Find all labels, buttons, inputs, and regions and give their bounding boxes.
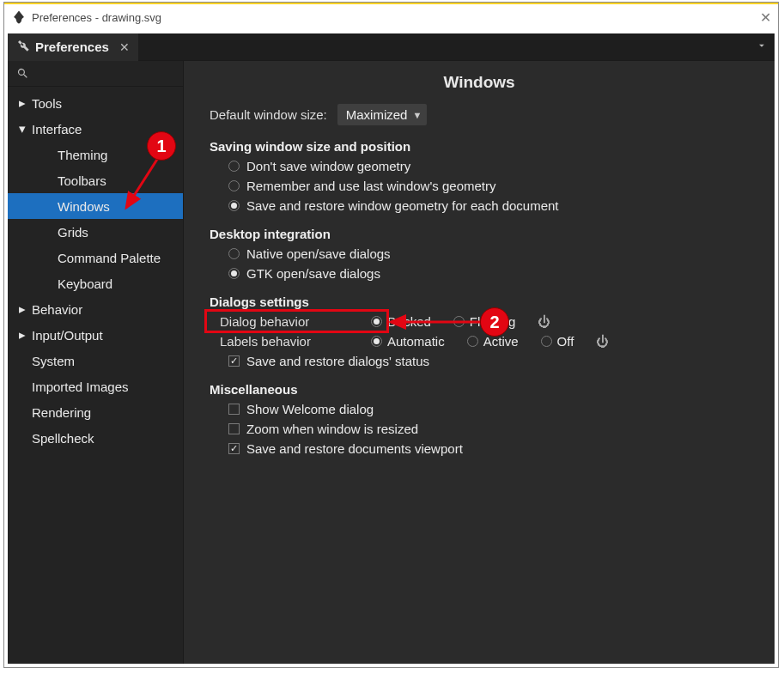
power-icon[interactable]: ⏻	[596, 334, 609, 349]
preferences-window: Preferences - drawing.svg ✕ Preferences …	[3, 2, 779, 668]
sidebar-item-command-palette[interactable]: Command Palette	[8, 245, 183, 270]
sidebar-item-label: Keyboard	[58, 276, 112, 291]
power-icon[interactable]: ⏻	[538, 314, 550, 329]
inner-frame: Preferences ✕ ▸Tools▾InterfaceThemingToo…	[8, 33, 775, 664]
sidebar-item-label: Input/Output	[32, 328, 103, 343]
annotation-box-2	[204, 309, 389, 333]
radio-native-dialogs[interactable]: Native open/save dialogs	[228, 246, 749, 261]
check-zoom-resized[interactable]: Zoom when window is resized	[228, 422, 749, 436]
checkbox-icon	[228, 443, 240, 454]
titlebar: Preferences - drawing.svg ✕	[4, 4, 778, 30]
radio-label: Docked	[387, 314, 431, 329]
sidebar-item-toolbars[interactable]: Toolbars	[8, 167, 183, 193]
close-icon[interactable]: ✕	[119, 40, 130, 54]
page-title: Windows	[210, 73, 749, 92]
radio-label: Remember and use last window's geometry	[246, 179, 496, 193]
section-dialogs-title: Dialogs settings	[210, 294, 749, 309]
sidebar-item-windows[interactable]: Windows	[8, 193, 183, 219]
sidebar-item-grids[interactable]: Grids	[8, 219, 183, 245]
radio-icon	[228, 200, 240, 211]
section-desktop-title: Desktop integration	[210, 227, 749, 241]
window-title: Preferences - drawing.svg	[32, 11, 161, 24]
caret-down-icon: ▼	[412, 110, 422, 120]
section-saving-title: Saving window size and position	[210, 139, 749, 154]
sidebar-item-label: Rendering	[32, 405, 91, 420]
sidebar-item-tools[interactable]: ▸Tools	[8, 90, 183, 116]
search-input[interactable]	[8, 61, 183, 87]
radio-label: Active	[483, 334, 519, 349]
sidebar-item-system[interactable]: System	[8, 348, 183, 373]
default-size-label: Default window size:	[210, 107, 327, 122]
checkbox-icon	[228, 423, 240, 434]
radio-icon	[228, 268, 240, 279]
checkbox-label: Save and restore dialogs' status	[246, 354, 429, 368]
radio-icon	[541, 336, 552, 347]
sidebar-item-label: Tools	[32, 96, 62, 111]
radio-icon	[228, 248, 240, 259]
close-icon[interactable]: ✕	[760, 9, 771, 26]
sidebar-item-label: Command Palette	[58, 251, 161, 265]
tabbar: Preferences ✕	[8, 33, 775, 61]
sidebar-item-label: Theming	[58, 148, 107, 162]
sidebar-item-input-output[interactable]: ▸Input/Output	[8, 322, 183, 348]
labels-behavior-row: Labels behavior Automatic Active Off ⏻	[220, 334, 749, 349]
annotation-badge-2: 2	[480, 307, 509, 337]
triangle-right-icon[interactable]: ▸	[16, 95, 28, 111]
checkbox-icon	[228, 404, 240, 415]
sidebar-item-label: Interface	[32, 122, 82, 137]
radio-icon	[453, 316, 465, 327]
radio-icon	[371, 336, 382, 347]
tab-label: Preferences	[35, 39, 109, 54]
content: ▸Tools▾InterfaceThemingToolbarsWindowsGr…	[8, 61, 775, 664]
sidebar-item-label: Spellcheck	[32, 431, 94, 446]
sidebar-item-rendering[interactable]: Rendering	[8, 399, 183, 425]
radio-automatic[interactable]: Automatic	[371, 334, 445, 349]
default-window-size-row: Default window size: Maximized ▼	[210, 104, 749, 125]
sidebar-item-label: Windows	[58, 199, 110, 214]
default-size-value: Maximized	[346, 107, 408, 122]
check-save-viewport[interactable]: Save and restore documents viewport	[228, 441, 749, 456]
sidebar-item-label: Imported Images	[32, 380, 129, 394]
check-show-welcome[interactable]: Show Welcome dialog	[228, 402, 749, 416]
radio-save-each[interactable]: Save and restore window geometry for eac…	[228, 198, 749, 213]
sidebar-item-label: Grids	[58, 225, 88, 240]
triangle-down-icon[interactable]: ▾	[16, 121, 28, 137]
check-save-dialog-status[interactable]: Save and restore dialogs' status	[228, 354, 749, 368]
tab-preferences[interactable]: Preferences ✕	[8, 33, 138, 61]
triangle-right-icon[interactable]: ▸	[16, 327, 28, 343]
radio-dont-save[interactable]: Don't save window geometry	[228, 159, 749, 173]
inkscape-icon	[11, 9, 27, 25]
annotation-badge-1: 1	[147, 131, 176, 161]
radio-label: Off	[557, 334, 574, 349]
radio-remember[interactable]: Remember and use last window's geometry	[228, 179, 749, 193]
labels-behavior-label: Labels behavior	[220, 334, 349, 349]
radio-icon	[228, 180, 240, 191]
radio-label: GTK open/save dialogs	[246, 266, 380, 281]
radio-label: Automatic	[387, 334, 445, 349]
triangle-right-icon[interactable]: ▸	[16, 301, 28, 317]
radio-label: Don't save window geometry	[246, 159, 410, 173]
sidebar-item-imported-images[interactable]: Imported Images	[8, 373, 183, 399]
checkbox-icon	[228, 355, 240, 367]
section-misc-title: Miscellaneous	[210, 382, 749, 397]
default-size-select[interactable]: Maximized ▼	[337, 104, 428, 125]
search-icon	[16, 67, 29, 80]
checkbox-label: Save and restore documents viewport	[246, 441, 463, 456]
radio-gtk-dialogs[interactable]: GTK open/save dialogs	[228, 266, 749, 281]
sidebar-item-spellcheck[interactable]: Spellcheck	[8, 425, 183, 451]
sidebar-item-keyboard[interactable]: Keyboard	[8, 270, 183, 296]
chevron-down-icon[interactable]	[756, 39, 768, 55]
sidebar-item-label: Toolbars	[58, 173, 106, 188]
radio-label: Save and restore window geometry for eac…	[246, 198, 559, 213]
tools-icon	[16, 39, 30, 55]
main-panel: Windows Default window size: Maximized ▼…	[184, 61, 775, 664]
checkbox-label: Show Welcome dialog	[246, 402, 374, 416]
sidebar-item-behavior[interactable]: ▸Behavior	[8, 296, 183, 322]
checkbox-label: Zoom when window is resized	[246, 422, 418, 436]
sidebar-item-label: System	[32, 354, 75, 368]
radio-icon	[228, 161, 240, 172]
sidebar-item-label: Behavior	[32, 302, 82, 317]
radio-icon	[467, 336, 478, 347]
radio-label: Native open/save dialogs	[246, 246, 391, 261]
radio-off[interactable]: Off	[541, 334, 574, 349]
